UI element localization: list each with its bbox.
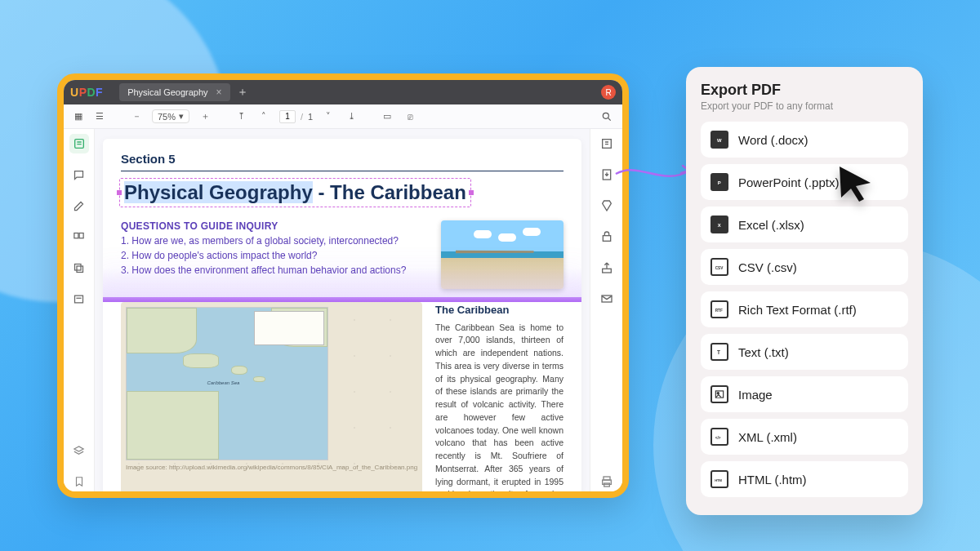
excel-icon: X	[710, 216, 728, 233]
view-mode-button[interactable]: ▭	[380, 109, 394, 124]
export-option-label: Rich Text Format (.rtf)	[738, 303, 857, 317]
svg-rect-6	[77, 266, 83, 273]
first-page-button[interactable]: ⤒	[234, 109, 248, 124]
article-heading: The Caribbean	[435, 302, 564, 318]
section-label: Section 5	[121, 152, 564, 166]
export-option-txt[interactable]: T Text (.txt)	[701, 334, 908, 370]
close-tab-icon[interactable]: ×	[216, 87, 222, 98]
document-title: Physical Geography - The Caribbean	[124, 181, 466, 203]
export-option-powerpoint[interactable]: P PowerPoint (.pptx)	[701, 164, 908, 200]
export-option-rtf[interactable]: RTF Rich Text Format (.rtf)	[701, 291, 908, 327]
search-icon[interactable]	[599, 109, 614, 124]
comment-tool[interactable]	[69, 165, 89, 184]
inquiry-q2: 2. How do people's actions impact the wo…	[121, 250, 430, 261]
last-page-button[interactable]: ⤓	[344, 109, 359, 124]
organize-tool[interactable]	[69, 227, 89, 247]
image-source-caption: Image source: http://upload.wikimedia.or…	[126, 464, 417, 471]
next-page-button[interactable]: ˅	[321, 109, 336, 124]
rtf-icon: RTF	[710, 300, 728, 318]
section-rule	[121, 171, 564, 171]
svg-text:CSV: CSV	[715, 266, 724, 270]
avatar[interactable]: R	[601, 85, 616, 100]
export-option-label: Word (.docx)	[738, 133, 808, 147]
export-option-csv[interactable]: CSV CSV (.csv)	[701, 249, 908, 285]
svg-text:P: P	[718, 180, 721, 185]
titlebar: UPDF Physical Geography × ＋ R	[64, 80, 622, 104]
share-tool[interactable]	[597, 258, 617, 278]
page-current-input[interactable]	[279, 110, 296, 123]
new-tab-button[interactable]: ＋	[237, 85, 248, 100]
document-page: Section 5 Physical Geography - The Carib…	[103, 139, 581, 491]
tab-title: Physical Geography	[127, 87, 207, 97]
layers-icon[interactable]	[69, 441, 89, 460]
bookmark-icon[interactable]	[69, 472, 89, 491]
map-figure: Caribbean Sea Image source: http://uploa…	[121, 302, 422, 491]
export-title: Export PDF	[701, 82, 908, 99]
svg-text:W: W	[717, 138, 722, 143]
export-panel: Export PDF Export your PDF to any format…	[686, 67, 923, 515]
article-body: The Caribbean The Caribbean Sea is home …	[435, 302, 564, 491]
print-tool[interactable]	[597, 472, 617, 491]
zoom-in-button[interactable]: ＋	[198, 109, 212, 124]
svg-point-0	[603, 113, 608, 118]
zoom-level[interactable]: 75% ▾	[152, 109, 189, 123]
export-option-label: Text (.txt)	[738, 345, 789, 359]
export-option-label: CSV (.csv)	[738, 260, 797, 274]
export-option-excel[interactable]: X Excel (.xlsx)	[701, 207, 908, 242]
inquiry-heading: QUESTIONS TO GUIDE INQUIRY	[121, 220, 430, 232]
svg-rect-5	[75, 264, 82, 270]
page-total: 1	[308, 112, 313, 122]
outline-icon[interactable]: ☰	[93, 110, 106, 123]
word-icon: W	[710, 131, 728, 149]
thumbnails-icon[interactable]: ▦	[72, 110, 85, 123]
protect-tool[interactable]	[597, 227, 617, 247]
export-option-word[interactable]: W Word (.docx)	[701, 122, 908, 158]
app-brand: UPDF	[70, 86, 103, 99]
html-icon: HTM	[710, 470, 728, 488]
compress-tool[interactable]	[597, 196, 617, 216]
redact-tool[interactable]	[69, 289, 89, 309]
article-text: The Caribbean Sea is home to over 7,000 …	[435, 322, 564, 492]
right-tool-rail	[590, 129, 622, 491]
image-icon	[710, 385, 728, 403]
xml-icon: </>	[710, 428, 728, 446]
inquiry-q1: 1. How are we, as members of a global so…	[121, 235, 430, 247]
svg-rect-11	[602, 269, 611, 273]
ocr-tool[interactable]	[597, 134, 617, 153]
zoom-out-button[interactable]: －	[129, 109, 144, 124]
svg-point-23	[717, 393, 719, 394]
left-tool-rail	[64, 129, 95, 491]
email-tool[interactable]	[597, 289, 617, 309]
svg-text:X: X	[718, 223, 721, 228]
export-option-html[interactable]: HTM HTML (.htm)	[701, 461, 908, 497]
title-selection-box[interactable]: Physical Geography - The Caribbean	[121, 180, 470, 206]
svg-text:T: T	[717, 349, 720, 355]
export-option-label: HTML (.htm)	[738, 473, 807, 487]
export-option-label: XML (.xml)	[738, 430, 797, 444]
ocr-scan-bar	[103, 297, 581, 302]
powerpoint-icon: P	[710, 173, 728, 191]
svg-text:RTF: RTF	[715, 309, 723, 313]
pdf-editor-window: UPDF Physical Geography × ＋ R ▦ ☰ － 75% …	[57, 73, 629, 498]
cursor-icon	[835, 163, 875, 204]
txt-icon: T	[710, 343, 728, 361]
document-canvas: Section 5 Physical Geography - The Carib…	[95, 129, 590, 491]
export-option-image[interactable]: Image	[701, 376, 908, 412]
document-tab[interactable]: Physical Geography ×	[119, 83, 229, 101]
prev-page-button[interactable]: ˄	[256, 109, 271, 124]
edit-tool[interactable]	[69, 196, 89, 216]
svg-text:HTM: HTM	[715, 478, 722, 482]
svg-text:</>: </>	[715, 436, 721, 440]
export-subtitle: Export your PDF to any format	[701, 100, 908, 112]
crop-tool[interactable]	[69, 258, 89, 278]
svg-rect-10	[603, 236, 610, 242]
selection-handle-right[interactable]	[469, 190, 474, 195]
toolbar: ▦ ☰ － 75% ▾ ＋ ⤒ ˄ / 1 ˅ ⤓ ▭ ⎚	[64, 104, 622, 129]
svg-rect-4	[79, 233, 83, 238]
reader-tool[interactable]	[69, 134, 89, 153]
export-option-xml[interactable]: </> XML (.xml)	[701, 419, 908, 455]
presentation-button[interactable]: ⎚	[403, 109, 417, 124]
export-option-label: PowerPoint (.pptx)	[738, 176, 839, 189]
export-tool[interactable]	[597, 165, 617, 184]
selection-handle-left[interactable]	[117, 190, 122, 195]
